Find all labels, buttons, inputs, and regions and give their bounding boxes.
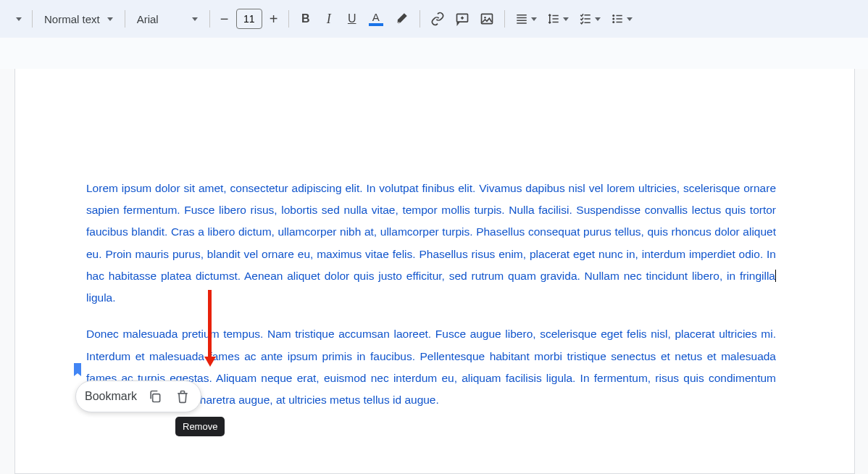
align-button[interactable] (511, 6, 541, 32)
highlight-color-button[interactable] (389, 6, 414, 32)
font-family-label: Arial (137, 13, 159, 25)
image-icon (480, 12, 494, 26)
bookmark-marker-icon[interactable] (72, 363, 83, 376)
highlighter-icon (393, 11, 409, 27)
paragraph-style-label: Normal text (44, 13, 100, 25)
separator (125, 10, 125, 28)
chevron-down-icon (595, 17, 601, 21)
text-cursor (775, 270, 776, 282)
checklist-button[interactable] (575, 6, 605, 32)
editor-canvas: Lorem ipsum dolor sit amet, consectetur … (0, 69, 868, 474)
add-comment-button[interactable] (451, 6, 474, 32)
document-page[interactable]: Lorem ipsum dolor sit amet, consectetur … (14, 69, 855, 474)
svg-point-5 (612, 21, 614, 23)
checklist-icon (579, 12, 592, 25)
font-size-input[interactable] (236, 9, 262, 29)
italic-button[interactable]: I (318, 6, 340, 32)
chevron-down-icon (531, 17, 537, 21)
text-color-icon: A (372, 12, 380, 22)
paragraph-style-select[interactable]: Normal text (38, 6, 119, 32)
svg-point-4 (612, 18, 614, 20)
underline-button[interactable]: U (341, 6, 363, 32)
copy-bookmark-link-button[interactable] (146, 387, 164, 406)
chevron-down-icon (627, 17, 633, 21)
font-size-group: − + (216, 9, 283, 29)
paragraph-1[interactable]: Lorem ipsum dolor sit amet, consectetur … (86, 178, 776, 309)
increase-font-size-button[interactable]: + (265, 11, 283, 28)
remove-bookmark-button[interactable] (173, 387, 192, 406)
toolbar: Normal text Arial − + B I U A (0, 0, 868, 38)
text-color-swatch (369, 23, 383, 26)
separator (209, 10, 210, 28)
copy-icon (148, 389, 162, 404)
line-spacing-button[interactable] (543, 6, 573, 32)
svg-rect-6 (153, 394, 160, 402)
chevron-down-icon (563, 17, 569, 21)
text-color-button[interactable]: A (364, 6, 388, 32)
chevron-down-icon (192, 17, 198, 21)
bookmark-popover: Bookmark (75, 381, 201, 412)
trash-icon (175, 389, 190, 404)
remove-tooltip: Remove (175, 417, 225, 436)
decrease-font-size-button[interactable]: − (216, 11, 233, 28)
remove-tooltip-label: Remove (183, 421, 217, 432)
bookmark-popover-label: Bookmark (85, 390, 137, 403)
separator (288, 10, 289, 28)
comment-plus-icon (455, 12, 470, 26)
separator (420, 10, 420, 28)
bulleted-list-icon (611, 12, 624, 25)
align-icon (515, 12, 528, 25)
separator (504, 10, 505, 28)
separator (32, 10, 33, 28)
line-spacing-icon (547, 12, 560, 25)
svg-point-3 (612, 14, 614, 17)
chevron-down-icon (107, 17, 113, 21)
font-family-select[interactable]: Arial (131, 6, 204, 32)
link-icon (430, 12, 445, 26)
bulleted-list-button[interactable] (606, 6, 637, 32)
more-before-button[interactable] (4, 6, 26, 32)
insert-image-button[interactable] (475, 6, 498, 32)
bold-button[interactable]: B (295, 6, 317, 32)
insert-link-button[interactable] (426, 6, 449, 32)
paragraph-1-tail: ligula. (86, 291, 116, 304)
svg-point-2 (484, 17, 486, 18)
paragraph-1-text: Lorem ipsum dolor sit amet, consectetur … (86, 182, 776, 282)
